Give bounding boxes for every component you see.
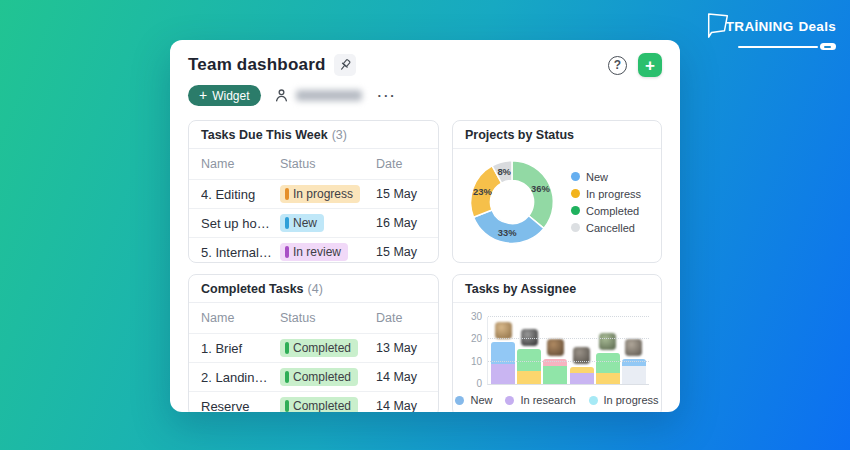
bar-segment (622, 366, 646, 384)
toolbar: + Widget ··· (188, 85, 662, 106)
legend-item: In progress (589, 394, 659, 406)
bar-stack (517, 349, 541, 384)
panel-title-text: Completed Tasks (201, 282, 304, 296)
status-donut-chart: 36%33%23%8% NewIn progressCompletedCance… (453, 149, 661, 249)
author-name-blurred (296, 90, 362, 101)
task-date: 16 May (376, 216, 426, 230)
author (274, 88, 362, 103)
assignee-legend: NewIn researchIn progress (453, 394, 661, 406)
more-menu-button[interactable]: ··· (378, 88, 397, 103)
bar-segment (491, 364, 515, 384)
assignee-avatar (547, 339, 564, 356)
panel-title-text: Tasks Due This Week (201, 128, 328, 142)
widget-grid: Tasks Due This Week (3) Name Status Date… (188, 120, 662, 412)
legend-label: In research (520, 394, 575, 406)
task-name: 2. Landing page (201, 370, 280, 385)
status-badge: Completed (280, 368, 358, 386)
legend-item: New (455, 394, 492, 406)
assignee-avatar (495, 322, 512, 339)
table-header: Name Status Date (189, 149, 438, 179)
bar-stack (596, 353, 620, 384)
add-widget-button[interactable]: + Widget (188, 85, 261, 106)
person-icon (274, 88, 289, 103)
bar-stack (570, 367, 594, 384)
brand-underline-line (738, 46, 818, 48)
panel-count: (3) (332, 128, 347, 142)
status-badge: Completed (280, 339, 358, 357)
donut-slice-label: 36% (531, 183, 550, 194)
brand-name: TRAİNINGDeals (726, 19, 836, 34)
status-label: Completed (293, 370, 351, 384)
status-bar-icon (285, 246, 289, 258)
task-name: Reserve (201, 399, 280, 413)
widget-button-label: Widget (212, 89, 249, 103)
legend-label: In progress (604, 394, 659, 406)
donut-slice-label: 8% (497, 166, 511, 177)
assignee-avatar (599, 333, 616, 350)
legend-dot-icon (571, 206, 580, 215)
table-row[interactable]: 1. Brief Completed 13 May (189, 333, 438, 362)
bar-segment (543, 366, 567, 384)
panel-tasks-due-this-week: Tasks Due This Week (3) Name Status Date… (188, 120, 439, 263)
table-row[interactable]: Set up home work... New 16 May (189, 208, 438, 237)
status-bar-icon (285, 217, 289, 229)
page-title: Team dashboard (188, 55, 326, 75)
y-axis-tick: 30 (460, 311, 482, 322)
add-button[interactable]: + (638, 53, 662, 77)
legend-dot-icon (455, 396, 464, 405)
status-label: Completed (293, 341, 351, 355)
brand-name-rest: Deals (798, 19, 836, 34)
assignee-bars (488, 317, 649, 384)
legend-label: New (470, 394, 492, 406)
assignee-bar (491, 322, 515, 384)
y-axis-tick: 10 (460, 356, 482, 367)
panel-title-text: Projects by Status (465, 128, 574, 142)
panel-projects-by-status: Projects by Status 36%33%23%8% NewIn pro… (452, 120, 662, 263)
bar-stack (543, 359, 567, 384)
gridline (488, 361, 649, 362)
dashboard-header: Team dashboard ? + (188, 54, 662, 76)
task-date: 13 May (376, 341, 426, 355)
status-donut-legend: NewIn progressCompletedCancelled (571, 171, 641, 234)
gridline (488, 338, 649, 339)
column-status: Status (280, 157, 376, 171)
panel-title: Completed Tasks (4) (189, 275, 438, 303)
task-name: 5. Internal review (201, 245, 280, 260)
status-badge: New (280, 214, 324, 232)
table-row[interactable]: Reserve Completed 14 May (189, 391, 438, 412)
column-date: Date (376, 311, 426, 325)
bar-segment (570, 373, 594, 384)
donut-slice-label: 33% (498, 227, 517, 238)
bar-stack (491, 342, 515, 384)
table-row[interactable]: 5. Internal review In review 15 May (189, 237, 438, 263)
legend-item: In progress (571, 188, 641, 200)
legend-dot-icon (571, 223, 580, 232)
legend-label: Completed (586, 205, 639, 217)
panel-tasks-by-assignee: Tasks by Assignee 0102030 NewIn research… (452, 274, 662, 412)
gridline (488, 316, 649, 317)
task-date: 15 May (376, 245, 426, 259)
plus-icon: + (645, 57, 655, 74)
status-badge: In review (280, 243, 348, 261)
status-bar-icon (285, 371, 289, 383)
legend-label: Cancelled (586, 222, 635, 234)
status-label: Completed (293, 399, 351, 413)
legend-item: Cancelled (571, 222, 641, 234)
donut-slice-label: 23% (473, 186, 492, 197)
status-badge: Completed (280, 397, 358, 413)
pin-icon (338, 58, 352, 72)
legend-item: In research (505, 394, 575, 406)
bar-segment (596, 353, 620, 373)
bar-segment (596, 373, 620, 384)
help-button[interactable]: ? (608, 56, 627, 75)
status-label: In progress (293, 187, 353, 201)
pin-button[interactable] (334, 54, 356, 76)
assignee-bar (622, 339, 646, 384)
column-date: Date (376, 157, 426, 171)
widget-plus-icon: + (199, 88, 207, 102)
column-status: Status (280, 311, 376, 325)
panel-title: Tasks Due This Week (3) (189, 121, 438, 149)
table-row[interactable]: 4. Editing In progress 15 May (189, 179, 438, 208)
status-donut: 36%33%23%8% (465, 155, 559, 249)
table-row[interactable]: 2. Landing page Completed 14 May (189, 362, 438, 391)
